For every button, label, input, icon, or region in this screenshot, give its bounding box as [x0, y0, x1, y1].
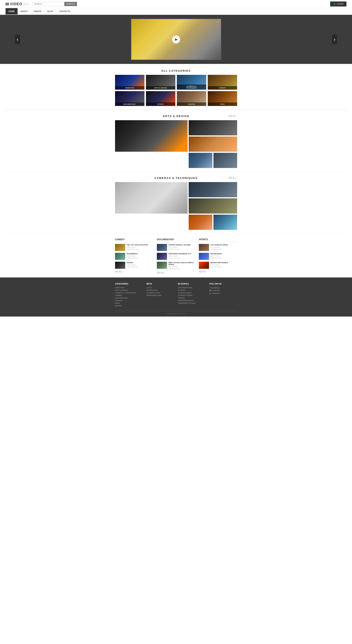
footer-blogroll-doc[interactable]: DOCUMENTATION	[178, 287, 206, 288]
list-item: THE LAST MAN ON EARTH 33867 VIEWS4 MONTH…	[115, 244, 153, 251]
three-col-section: COMEDY THE LAST MAN ON EARTH 33867 VIEWS…	[0, 234, 352, 278]
footer-meta-wordpress[interactable]: WORDPRESS.ORG	[147, 294, 174, 296]
cameras-vid-1[interactable]	[115, 182, 187, 214]
footer-blogroll-wpblog[interactable]: WORDPRESS BLOG	[178, 300, 206, 302]
footer-cat-comedy[interactable]: COMEDY	[115, 294, 143, 296]
category-arts-design[interactable]: ARTS & DESIGN	[146, 75, 175, 90]
film-icon	[5, 3, 9, 5]
list-item: TRAINWRECK 22978 VIEWS4 MONTHS AGO	[115, 253, 153, 260]
nav-item-home[interactable]: HOME	[5, 8, 17, 14]
arts-section: ARTS & DESIGN SEE ALL ›	[0, 110, 352, 172]
comedy-see-all-link[interactable]: SEE ALL ›	[115, 270, 153, 273]
arts-vid-2[interactable]	[189, 120, 237, 136]
all-categories-section: ALL CATEGORIES ANIMATION ARTS & DESIGN C…	[0, 64, 352, 110]
list-item: REGGIE BUSH 33877 VIEWS4 MONTHS AGO	[199, 253, 237, 260]
sports-see-all-link[interactable]: SEE ALL ›	[199, 270, 237, 273]
cameras-grid	[115, 182, 237, 214]
sports-list-col: SPORTS LOS ANGELES KINGS 46702 VIEWS4 MO…	[199, 238, 237, 274]
comedy-thumb-2[interactable]	[115, 253, 125, 260]
arts-vid-1[interactable]	[115, 120, 187, 152]
cameras-see-all-link[interactable]: SEE ALL ›	[229, 177, 237, 179]
category-documentary[interactable]: DOCUMENTARY	[115, 91, 145, 106]
arts-see-all-link[interactable]: SEE ALL ›	[229, 115, 237, 117]
logo[interactable]: VIDEO ONLINE	[5, 2, 29, 6]
search-button[interactable]: SEARCH	[64, 2, 77, 6]
logo-text: VIDEO	[10, 2, 22, 6]
footer-meta-title: META	[147, 283, 174, 285]
doc-thumb-3[interactable]	[157, 262, 167, 269]
doc-thumb-1[interactable]	[157, 244, 167, 251]
footer-blogroll-suggest[interactable]: SUGGEST IDEAS	[178, 292, 206, 294]
comedy-item-3-title: ANTBOY	[127, 262, 138, 264]
footer-cat-fashion[interactable]: FASHION	[115, 300, 143, 302]
category-documentary-label: DOCUMENTARY	[115, 102, 145, 106]
login-button[interactable]: 👤 LOGIN	[330, 2, 347, 6]
hero-section: ‹ ▶ ›	[0, 15, 352, 64]
list-item: ANTBOY 24090 VIEWS4 MONTHS AGO	[115, 262, 153, 269]
category-animation[interactable]: ANIMATION	[115, 75, 145, 90]
category-comedy[interactable]: COMEDY	[208, 75, 237, 90]
footer-blogroll-plugins[interactable]: PLUGINS	[178, 289, 206, 291]
cameras-vid-4[interactable]	[189, 215, 212, 230]
footer-cat-sports[interactable]: SPORTS	[115, 305, 143, 307]
categories-grid: ANIMATION ARTS & DESIGN CAMERAS &TECHNIQ…	[115, 75, 237, 106]
arts-vid-3[interactable]	[189, 136, 237, 152]
list-item: AURORA BOREAL ISLANDA 34734 VIEWS4 MONTH…	[157, 244, 195, 251]
arts-grid	[115, 120, 237, 152]
comedy-list-title: COMEDY	[115, 238, 153, 242]
cameras-vid-3[interactable]	[189, 198, 237, 214]
footer-follow-google[interactable]: g+ GOOGLE +	[209, 292, 237, 294]
footer-cat-food[interactable]: FOOD	[115, 302, 143, 304]
doc-item-1-title: AURORA BOREAL ISLANDA	[168, 244, 191, 246]
arts-title: ARTS & DESIGN	[163, 114, 189, 118]
hero-next-arrow[interactable]: ›	[332, 35, 337, 44]
hero-play-button[interactable]: ▶	[172, 36, 180, 44]
footer-cat-arts[interactable]: ARTS & DESIGN	[115, 289, 143, 291]
footer-cat-documentary[interactable]: DOCUMENTARY	[115, 297, 143, 299]
hero-prev-arrow[interactable]: ‹	[15, 35, 20, 44]
category-comedy-label: COMEDY	[208, 86, 237, 90]
footer-blogroll-themes[interactable]: THEMES	[178, 297, 206, 299]
search-input[interactable]	[32, 2, 64, 6]
cameras-vid-5[interactable]	[213, 215, 237, 230]
nav-item-contacts[interactable]: CONTACTS	[56, 8, 73, 14]
footer-cat-cameras[interactable]: CAMERAS & TECHNIQUES	[115, 292, 143, 294]
footer-blogroll-wpplanet[interactable]: WORDPRESS PLANET	[178, 302, 206, 304]
footer-follow-twitter[interactable]: 🐦 TWITTER	[209, 290, 237, 292]
footer-categories-col: CATEGORIES ANIMATION ARTS & DESIGN CAMER…	[115, 283, 143, 308]
footer-meta-comments[interactable]: COMMENTS RSS	[147, 292, 174, 294]
nav-item-blog[interactable]: BLOG	[44, 8, 56, 14]
hero-video[interactable]: ▶	[131, 18, 221, 60]
category-sports[interactable]: SPORTS	[146, 91, 175, 106]
footer-meta-entries[interactable]: ENTRIES RSS	[147, 289, 174, 291]
sports-item-3-title: MISSION IMPOSSIBLE	[210, 262, 228, 264]
arts-vid-5[interactable]	[213, 153, 237, 168]
comedy-thumb-3[interactable]	[115, 262, 125, 269]
doc-thumb-2[interactable]	[157, 253, 167, 260]
category-food[interactable]: FOOD	[208, 91, 237, 106]
footer-meta-login[interactable]: LOG IN	[147, 287, 174, 288]
category-cameras[interactable]: CAMERAS &TECHNIQUES	[177, 75, 206, 90]
nav-item-videos[interactable]: VIDEOS	[31, 8, 44, 14]
footer-blogroll-support[interactable]: SUPPORT FORUM	[178, 294, 206, 296]
cameras-vid-2[interactable]	[189, 182, 237, 197]
nav-item-about[interactable]: ABOUT	[17, 8, 31, 14]
header: VIDEO ONLINE SEARCH 👤 LOGIN	[0, 0, 352, 8]
cameras-title: CAMERAS & TECHNIQUES	[155, 176, 197, 180]
documentary-see-all-link[interactable]: SEE ALL ›	[157, 272, 195, 274]
search-form: SEARCH	[32, 2, 77, 6]
main-nav: HOME ABOUT VIDEOS BLOG CONTACTS	[0, 8, 352, 15]
sports-item-1-title: LOS ANGELES KINGS	[210, 244, 228, 246]
sports-item-2-title: REGGIE BUSH	[210, 253, 222, 255]
category-fashion[interactable]: FASHION	[177, 91, 206, 106]
list-item: MEET JAPAN'S 2020 OLYMPICS VENUE 46574 V…	[157, 262, 195, 270]
footer-follow-facebook[interactable]: f FACEBOOK	[209, 287, 237, 289]
category-sports-label: SPORTS	[146, 102, 175, 106]
sports-thumb-1[interactable]	[199, 244, 209, 251]
comedy-thumb-1[interactable]	[115, 244, 125, 251]
sports-thumb-3[interactable]	[199, 262, 209, 269]
footer-cat-animation[interactable]: ANIMATION	[115, 287, 143, 288]
comedy-item-2-title: TRAINWRECK	[127, 253, 138, 255]
arts-vid-4[interactable]	[189, 153, 212, 168]
sports-thumb-2[interactable]	[199, 253, 209, 260]
